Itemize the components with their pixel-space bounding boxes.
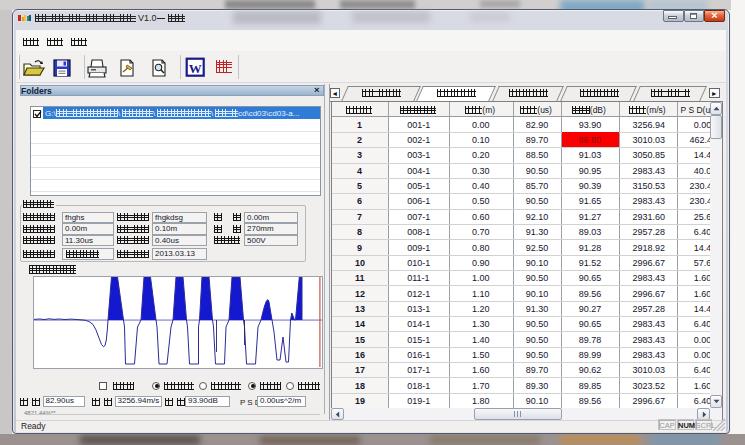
svg-text:W: W	[189, 61, 202, 76]
